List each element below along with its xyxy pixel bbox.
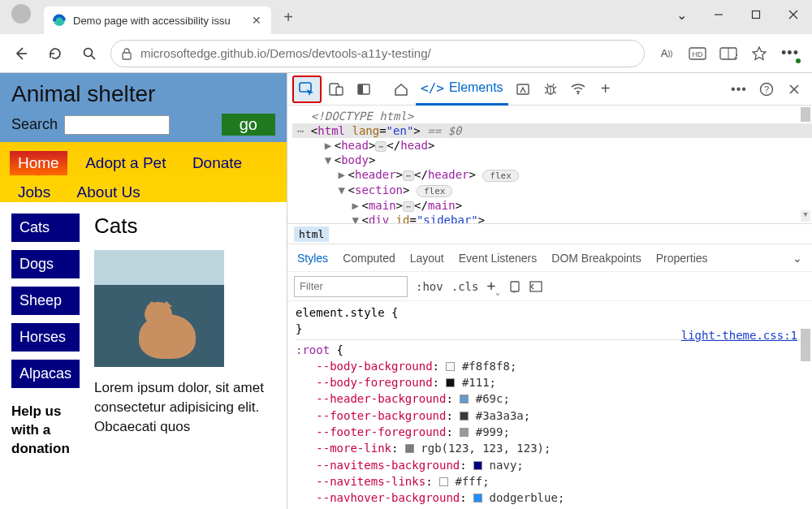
css-property-row[interactable]: --footer-foreground: #999; (296, 424, 804, 440)
browser-titlebar: Demo page with accessibility issu ✕ + ⌄ (0, 0, 812, 34)
sidebar-item-alpacas[interactable]: Alpacas (11, 360, 80, 388)
sidebar-item-dogs[interactable]: Dogs (11, 250, 80, 278)
css-property-row[interactable]: --footer-background: #3a3a3a; (296, 408, 804, 424)
toggle-print-icon[interactable] (508, 280, 521, 293)
nav-item-donate[interactable]: Donate (184, 151, 250, 175)
address-bar: microsoftedge.github.io/Demos/devtools-a… (0, 34, 812, 73)
svg-text:🔊: 🔊 (734, 52, 737, 59)
styles-toolbar: :hov .cls +⌄ (287, 272, 812, 301)
properties-tab[interactable]: Properties (656, 252, 708, 265)
new-style-rule-icon[interactable]: +⌄ (486, 277, 499, 296)
css-property-row[interactable]: --body-foreground: #111; (296, 374, 804, 390)
main-nav: Home Adopt a Pet Donate Jobs About Us (0, 142, 287, 202)
minimize-button[interactable] (700, 0, 737, 29)
read-aloud-icon[interactable]: A)) (653, 41, 680, 67)
svg-rect-2 (753, 11, 760, 19)
search-button[interactable] (76, 41, 102, 67)
svg-text:?: ? (764, 84, 769, 94)
new-tab-button[interactable]: + (276, 5, 300, 29)
css-property-row[interactable]: --more-link: rgb(123, 123, 123); (296, 440, 804, 456)
sidebar-item-cats[interactable]: Cats (11, 214, 80, 242)
bug-icon[interactable] (538, 76, 564, 102)
profile-avatar[interactable] (11, 4, 31, 24)
rendered-page: Animal shelter Search go Home Adopt a Pe… (0, 73, 287, 509)
svg-rect-14 (300, 83, 311, 92)
stylesheet-link[interactable]: light-theme.css:1 (681, 329, 797, 342)
dom-tree[interactable]: <!DOCTYPE html> ⋯ <html lang="en"> == $0… (287, 106, 812, 223)
lorem-text: Lorem ipsum dolor, sit amet consectetur … (94, 378, 275, 436)
more-tabs-icon[interactable]: + (593, 76, 619, 102)
window-controls: ⌄ (663, 0, 812, 29)
devtools-toolbar: </> Elements + ••• ? (287, 73, 812, 106)
tab-title: Demo page with accessibility issu (73, 15, 250, 27)
css-property-row[interactable]: --navitems-links: #fff; (296, 473, 804, 490)
network-icon[interactable] (565, 76, 591, 102)
main-content: Cats Lorem ipsum dolor, sit amet consect… (94, 214, 275, 459)
dom-breadcrumbs[interactable]: html (287, 223, 812, 244)
dom-scrollbar[interactable] (801, 107, 810, 122)
dombreakpoints-tab[interactable]: DOM Breakpoints (551, 252, 641, 265)
css-property-row[interactable]: --body-background: #f8f8f8; (296, 358, 804, 374)
sidebar: Cats Dogs Sheep Horses Alpacas Help us w… (11, 214, 80, 459)
favorite-icon[interactable] (745, 41, 773, 67)
nav-item-about[interactable]: About Us (69, 180, 149, 205)
page-header: Animal shelter Search go (0, 73, 287, 142)
devtools-close-icon[interactable] (781, 76, 807, 102)
page-title: Animal shelter (11, 81, 275, 107)
maximize-button[interactable] (737, 0, 775, 29)
welcome-tab-icon[interactable] (388, 76, 414, 102)
device-toggle-icon[interactable] (323, 76, 349, 102)
sidebar-item-sheep[interactable]: Sheep (11, 287, 80, 315)
computed-tab[interactable]: Computed (343, 252, 395, 265)
nav-item-jobs[interactable]: Jobs (10, 180, 58, 205)
url-box[interactable]: microsoftedge.github.io/Demos/devtools-a… (110, 40, 645, 67)
tabs-chevron-icon[interactable]: ⌄ (663, 0, 700, 29)
svg-rect-18 (358, 84, 363, 94)
nav-item-home[interactable]: Home (10, 151, 67, 175)
tab-close-icon[interactable]: ✕ (250, 14, 263, 27)
style-rules[interactable]: element.style { } :root { light-theme.cs… (287, 301, 812, 509)
styles-filter-input[interactable] (294, 276, 408, 297)
css-property-row[interactable]: --navitems-background: navy; (296, 457, 804, 473)
layout-tab[interactable]: Layout (410, 252, 444, 265)
hd-icon[interactable]: HD (684, 41, 711, 67)
svg-rect-19 (517, 84, 529, 94)
rules-scrollbar[interactable] (801, 329, 810, 361)
eventlisteners-tab[interactable]: Event Listeners (459, 252, 538, 265)
styles-tab[interactable]: Styles (297, 252, 328, 265)
refresh-button[interactable] (42, 41, 68, 67)
inspect-element-icon[interactable] (292, 75, 322, 103)
css-property-row[interactable]: --navhover-background: dodgerblue; (296, 490, 804, 506)
browser-tab[interactable]: Demo page with accessibility issu ✕ (44, 6, 271, 34)
close-button[interactable] (775, 0, 812, 29)
sources-tab-icon[interactable] (510, 76, 536, 102)
nav-item-adopt[interactable]: Adopt a Pet (77, 151, 174, 175)
search-input[interactable] (64, 115, 170, 135)
dom-scroll-down-icon[interactable]: ▼ (801, 210, 810, 222)
cls-toggle[interactable]: .cls (451, 280, 479, 293)
lock-icon (121, 47, 132, 60)
reader-icon[interactable]: 🔊 (715, 41, 742, 67)
content-heading: Cats (94, 214, 275, 239)
css-property-row[interactable]: --navitems-link-current-background: skyb… (296, 507, 804, 509)
styles-overflow-icon[interactable]: ⌄ (793, 252, 802, 265)
cat-image (94, 250, 224, 367)
settings-menu-button[interactable]: ••• (776, 41, 804, 67)
svg-rect-27 (511, 282, 519, 291)
search-go-button[interactable]: go (222, 114, 275, 136)
more-options-icon[interactable]: ••• (726, 76, 752, 102)
devtools-panel: </> Elements + ••• ? <!DOCTYPE html> ⋯ <… (287, 73, 812, 509)
svg-rect-8 (123, 53, 131, 59)
hov-toggle[interactable]: :hov (416, 280, 443, 293)
toggle-computed-icon[interactable] (529, 281, 542, 292)
edge-favicon (52, 13, 67, 28)
svg-line-7 (92, 55, 96, 59)
dock-side-icon[interactable] (351, 76, 377, 102)
elements-tab[interactable]: </> Elements (416, 73, 508, 106)
svg-rect-16 (336, 87, 343, 95)
styles-tabs: Styles Computed Layout Event Listeners D… (287, 244, 812, 272)
sidebar-item-horses[interactable]: Horses (11, 323, 80, 352)
back-button[interactable] (8, 41, 34, 67)
css-property-row[interactable]: --header-background: #69c; (296, 390, 804, 407)
help-icon[interactable]: ? (754, 76, 780, 102)
